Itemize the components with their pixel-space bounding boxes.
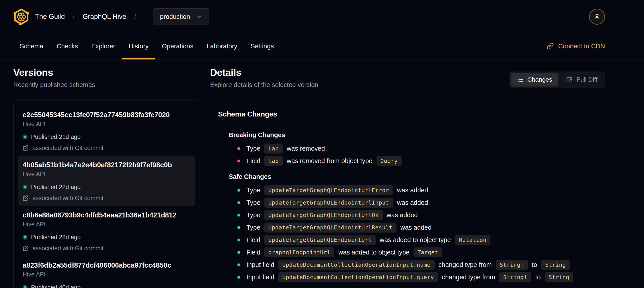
change-text-segment: Type [246, 187, 262, 194]
schema-change-item: Type UpdateTargetGraphQLEndpointUrlError… [237, 184, 605, 196]
code-badge: String! [496, 260, 528, 270]
published-status-dot [22, 285, 28, 288]
schema-change-item: Field lab was removed from object type Q… [237, 155, 605, 167]
change-bullet-dot [237, 189, 240, 192]
change-bullet-dot [237, 251, 240, 254]
change-text: Type UpdateTargetGraphQLEndpointUrlInput… [246, 198, 428, 208]
change-bullet-dot [237, 226, 240, 229]
change-text-segment: was added [385, 211, 418, 219]
change-group-breaking: Breaking Changes Type Lab was removed Fi… [229, 131, 605, 167]
tab-settings[interactable]: Settings [244, 33, 280, 59]
change-bullet-dot [237, 276, 240, 279]
version-service-name: Hive API [22, 171, 190, 178]
version-published-text: Published 21d ago [31, 133, 81, 140]
full-diff-view-button[interactable]: Full Diff [560, 73, 604, 87]
details-heading-block: Details Explore details of the selected … [210, 67, 318, 89]
main-content: Versions Recently published schemas. e2e… [0, 60, 644, 288]
versions-list: e2e55045345ce13fe07f52a77459b83fa3fe7020… [13, 101, 200, 288]
code-badge: String! [499, 272, 531, 282]
tab-history[interactable]: History [122, 33, 155, 59]
change-text: Field lab was removed from object type Q… [246, 156, 404, 166]
tab-schema[interactable]: Schema [13, 33, 50, 59]
tab-explorer[interactable]: Explorer [85, 33, 122, 59]
breadcrumb-org[interactable]: The Guild [35, 13, 65, 21]
tab-operations[interactable]: Operations [155, 33, 200, 59]
schema-change-item: Type UpdateTargetGraphQLEndpointUrlInput… [237, 196, 605, 209]
change-text-segment: Type [246, 224, 262, 231]
tabs: SchemaChecksExplorerHistoryOperationsLab… [13, 33, 280, 59]
breadcrumb-project[interactable]: GraphQL Hive [83, 13, 126, 21]
change-text: Input field UpdateDocumentCollectionOper… [246, 260, 572, 270]
details-panel: Details Explore details of the selected … [210, 67, 605, 288]
details-title: Details [210, 67, 318, 78]
code-badge: UpdateTargetGraphQLEndpointUrlError [264, 185, 393, 195]
change-text: Type UpdateTargetGraphQLEndpointUrlResul… [246, 222, 432, 232]
change-bullet-dot [237, 263, 240, 266]
version-git-commit-link[interactable]: associated with Git commit [22, 245, 190, 252]
changes-view-button[interactable]: Changes [510, 73, 558, 87]
connect-to-cdn-label: Connect to CDN [558, 43, 605, 50]
change-text-segment: was removed [285, 145, 325, 152]
change-bullet-dot [237, 201, 240, 204]
change-group-safe: Safe Changes Type UpdateTargetGraphQLEnd… [229, 173, 605, 283]
version-published-row: Published 21d ago [22, 133, 190, 140]
version-card[interactable]: a823f6db2a55df877dcf406006abca97fcc4858c… [18, 256, 195, 288]
change-text-segment: was added [395, 187, 428, 194]
change-text-segment: Input field [246, 261, 276, 268]
version-git-text: associated with Git commit [32, 144, 104, 152]
schema-change-item: Type UpdateTargetGraphQLEndpointUrlOk wa… [237, 209, 605, 221]
details-subtitle: Explore details of the selected version [210, 81, 318, 89]
code-badge: Target [414, 247, 442, 257]
change-text-segment: was added [399, 224, 432, 231]
hive-logo-icon[interactable] [13, 8, 29, 25]
tab-laboratory[interactable]: Laboratory [200, 33, 244, 59]
code-badge: UpdateTargetGraphQLEndpointUrlInput [264, 198, 393, 208]
link-icon [547, 43, 554, 50]
tab-bar: SchemaChecksExplorerHistoryOperationsLab… [0, 33, 644, 60]
tab-checks[interactable]: Checks [50, 33, 85, 59]
version-published-text: Published 28d ago [31, 234, 81, 241]
target-selector-dropdown[interactable]: production [153, 8, 209, 25]
change-text: Type UpdateTargetGraphQLEndpointUrlError… [246, 185, 428, 195]
schema-changes-groups: Breaking Changes Type Lab was removed Fi… [218, 131, 605, 283]
schema-change-item: Type UpdateTargetGraphQLEndpointUrlResul… [237, 221, 605, 234]
change-text: Field updateTargetGraphQLEndpointUrl was… [246, 235, 493, 245]
version-git-commit-link[interactable]: associated with Git commit [22, 144, 190, 152]
versions-title: Versions [13, 67, 200, 78]
code-badge: Mutation [455, 235, 490, 245]
code-badge: UpdateDocumentCollectionOperationInput.n… [278, 260, 434, 270]
version-git-text: associated with Git commit [32, 195, 104, 202]
change-group-title: Safe Changes [229, 173, 605, 180]
full-diff-view-label: Full Diff [577, 76, 598, 83]
version-service-name: Hive API [22, 121, 190, 128]
change-text: Input field UpdateDocumentCollectionOper… [246, 272, 576, 282]
breadcrumb-separator: / [73, 13, 74, 21]
schema-changes-section: Schema Changes Breaking Changes Type Lab… [210, 110, 605, 283]
change-text-segment: was added [395, 199, 428, 206]
change-text-segment: Type [246, 199, 262, 206]
details-header: Details Explore details of the selected … [210, 67, 605, 89]
change-list: Type Lab was removed Field lab was remov… [229, 142, 605, 167]
external-link-icon [22, 195, 29, 201]
connect-to-cdn-button[interactable]: Connect to CDN [547, 33, 605, 59]
schema-changes-title: Schema Changes [218, 110, 605, 118]
version-published-text: Published 22d ago [31, 183, 81, 191]
user-avatar-button[interactable] [589, 9, 605, 25]
version-card[interactable]: e2e55045345ce13fe07f52a77459b83fa3fe7020… [18, 105, 195, 156]
version-git-commit-link[interactable]: associated with Git commit [22, 195, 190, 202]
version-card[interactable]: 4b05ab51b1b4a7e2e4b0ef82172f2b9f7ef98c0b… [18, 156, 195, 206]
version-card[interactable]: c8b6e88a06793b9c4dfd54aaa21b36a1b421d812… [18, 206, 195, 256]
version-hash: c8b6e88a06793b9c4dfd54aaa21b36a1b421d812 [22, 211, 190, 219]
published-status-dot [22, 185, 28, 189]
chevron-down-icon [196, 14, 202, 20]
change-text-segment: Field [246, 236, 262, 244]
version-hash: a823f6db2a55df877dcf406006abca97fcc4858c [22, 261, 190, 269]
change-text: Field graphqlEndpointUrl was added to ob… [246, 247, 444, 257]
code-badge: UpdateDocumentCollectionOperationInput.q… [278, 272, 438, 282]
change-bullet-dot [237, 238, 240, 241]
change-bullet-dot [237, 147, 240, 150]
schema-change-item: Type Lab was removed [237, 142, 605, 155]
version-hash: e2e55045345ce13fe07f52a77459b83fa3fe7020 [22, 111, 190, 119]
change-list: Type UpdateTargetGraphQLEndpointUrlError… [229, 184, 605, 283]
view-toggle: Changes Full Diff [509, 72, 605, 88]
